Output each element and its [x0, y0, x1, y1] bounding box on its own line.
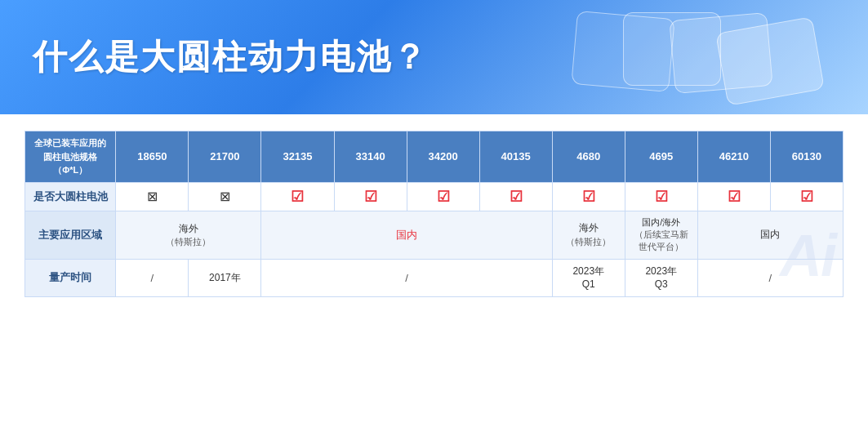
page-title: 什么是大圆柱动力电池？ [33, 34, 428, 80]
cell-r3-c8: 2023年Q3 [625, 259, 697, 297]
cell-r1-c3: ☑ [261, 182, 334, 211]
cell-r2-c7: 海外（特斯拉） [552, 211, 625, 259]
check-icon: ☑ [437, 189, 450, 205]
check-icon: ☑ [800, 189, 813, 205]
cell-r2-c1: 海外（特斯拉） [116, 211, 261, 259]
deco-card-1 [715, 16, 825, 105]
col-header-46210: 46210 [697, 131, 770, 183]
check-icon: ☑ [291, 189, 304, 205]
check-icon: ☑ [510, 189, 523, 205]
table-header-row: 全球已装车应用的 圆柱电池规格（Φ*L） 18650 21700 32135 3… [25, 131, 844, 183]
table-row: 量产时间 / 2017年 / 2023年Q1 2023年Q3 / [25, 259, 844, 297]
check-icon: ☑ [582, 189, 595, 205]
cell-r1-c6: ☑ [479, 182, 552, 211]
check-icon: ☑ [364, 189, 377, 205]
cell-r2-c3: 国内 [261, 211, 552, 259]
col-header-60130: 60130 [770, 131, 843, 183]
cell-r2-c8: 国内/海外（后续宝马新世代平台） [625, 211, 697, 259]
table-corner-label: 全球已装车应用的 圆柱电池规格（Φ*L） [25, 131, 116, 183]
col-header-32135: 32135 [261, 131, 334, 183]
col-header-18650: 18650 [116, 131, 189, 183]
cell-r2-c9: 国内 [697, 211, 843, 259]
cell-r3-c7: 2023年Q1 [552, 259, 625, 297]
row-label-2: 主要应用区域 [25, 211, 116, 259]
check-icon: ☑ [655, 189, 668, 205]
cell-r1-c1: ⊠ [116, 182, 189, 211]
region-text: 国内 [396, 229, 417, 241]
row-label-1: 是否大圆柱电池 [25, 182, 116, 211]
col-header-34200: 34200 [407, 131, 479, 183]
cell-r1-c9: ☑ [697, 182, 770, 211]
col-header-40135: 40135 [479, 131, 552, 183]
col-header-4680: 4680 [552, 131, 625, 183]
table-area: 全球已装车应用的 圆柱电池规格（Φ*L） 18650 21700 32135 3… [0, 114, 868, 305]
cell-r1-c7: ☑ [552, 182, 625, 211]
table-row: 是否大圆柱电池 ⊠ ⊠ ☑ ☑ ☑ ☑ ☑ ☑ ☑ ☑ [25, 182, 844, 211]
cross-icon: ⊠ [147, 189, 158, 203]
cell-r3-c3: / [261, 259, 552, 297]
battery-table: 全球已装车应用的 圆柱电池规格（Φ*L） 18650 21700 32135 3… [24, 131, 844, 297]
cell-r3-c2: 2017年 [189, 259, 261, 297]
col-header-33140: 33140 [334, 131, 407, 183]
row-label-3: 量产时间 [25, 259, 116, 297]
table-row: 主要应用区域 海外（特斯拉） 国内 海外（特斯拉） 国内/海外（后续宝马新世代平… [25, 211, 844, 259]
cross-icon: ⊠ [220, 189, 230, 203]
cell-r1-c2: ⊠ [189, 182, 261, 211]
cell-r3-c1: / [116, 259, 189, 297]
cell-r1-c5: ☑ [407, 182, 479, 211]
header-decoration [574, 8, 819, 106]
cell-r1-c10: ☑ [770, 182, 843, 211]
col-header-21700: 21700 [189, 131, 261, 183]
col-header-4695: 4695 [625, 131, 697, 183]
check-icon: ☑ [728, 189, 741, 205]
cell-r1-c8: ☑ [625, 182, 697, 211]
header-section: 什么是大圆柱动力电池？ [0, 0, 868, 114]
cell-r3-c9: / [697, 259, 843, 297]
cell-r1-c4: ☑ [334, 182, 407, 211]
